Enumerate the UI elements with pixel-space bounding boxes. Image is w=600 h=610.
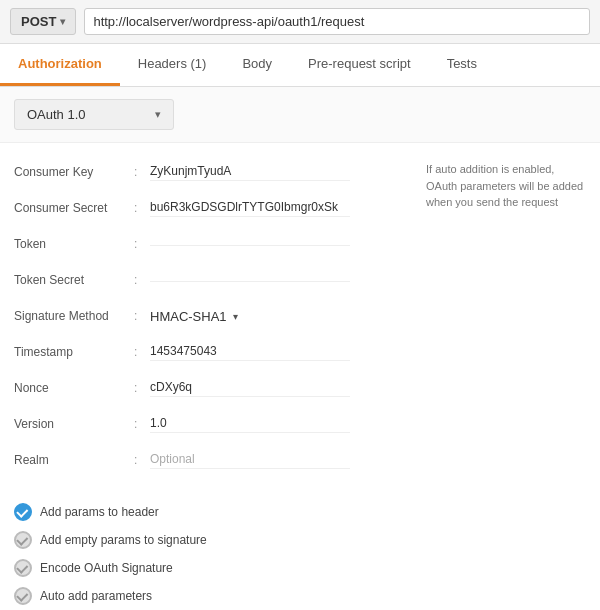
checkbox-icon-add-params-header bbox=[14, 503, 32, 521]
label-token: Token bbox=[14, 237, 134, 251]
label-consumer-key: Consumer Key bbox=[14, 165, 134, 179]
checkbox-icon-auto-add-params bbox=[14, 587, 32, 605]
checkbox-encode-oauth[interactable]: Encode OAuth Signature bbox=[14, 559, 586, 577]
value-consumer-key[interactable]: ZyKunjmTyudA bbox=[150, 164, 350, 181]
field-nonce: Nonce : cDXy6q bbox=[14, 375, 416, 401]
checkbox-label-add-params-header: Add params to header bbox=[40, 505, 159, 519]
url-input[interactable] bbox=[84, 8, 590, 35]
auth-type-chevron: ▾ bbox=[155, 108, 161, 121]
fields-section: Consumer Key : ZyKunjmTyudA Consumer Sec… bbox=[14, 159, 416, 483]
checkboxes-section: Add params to header Add empty params to… bbox=[0, 499, 600, 610]
signature-method-dropdown[interactable]: HMAC-SHA1 ▾ bbox=[150, 309, 238, 324]
label-timestamp: Timestamp bbox=[14, 345, 134, 359]
checkbox-label-encode-oauth: Encode OAuth Signature bbox=[40, 561, 173, 575]
label-version: Version bbox=[14, 417, 134, 431]
tab-headers[interactable]: Headers (1) bbox=[120, 44, 225, 86]
auth-type-label: OAuth 1.0 bbox=[27, 107, 86, 122]
value-realm[interactable]: Optional bbox=[150, 452, 350, 469]
tab-authorization[interactable]: Authorization bbox=[0, 44, 120, 86]
value-timestamp[interactable]: 1453475043 bbox=[150, 344, 350, 361]
tabs-bar: Authorization Headers (1) Body Pre-reque… bbox=[0, 44, 600, 87]
label-consumer-secret: Consumer Secret bbox=[14, 201, 134, 215]
field-timestamp: Timestamp : 1453475043 bbox=[14, 339, 416, 365]
checkbox-add-params-header[interactable]: Add params to header bbox=[14, 503, 586, 521]
tab-body[interactable]: Body bbox=[224, 44, 290, 86]
value-nonce[interactable]: cDXy6q bbox=[150, 380, 350, 397]
field-version: Version : 1.0 bbox=[14, 411, 416, 437]
value-signature-method: HMAC-SHA1 bbox=[150, 309, 227, 324]
auth-type-selector[interactable]: OAuth 1.0 ▾ bbox=[14, 99, 174, 130]
label-token-secret: Token Secret bbox=[14, 273, 134, 287]
field-consumer-key: Consumer Key : ZyKunjmTyudA bbox=[14, 159, 416, 185]
signature-method-arrow: ▾ bbox=[233, 311, 238, 322]
value-token[interactable] bbox=[150, 243, 350, 246]
field-token-secret: Token Secret : bbox=[14, 267, 416, 293]
label-signature-method: Signature Method bbox=[14, 309, 134, 323]
value-consumer-secret[interactable]: bu6R3kGDSGDlrTYTG0Ibmgr0xSk bbox=[150, 200, 350, 217]
checkbox-label-add-empty-params: Add empty params to signature bbox=[40, 533, 207, 547]
main-content: Consumer Key : ZyKunjmTyudA Consumer Sec… bbox=[0, 143, 600, 499]
method-chevron: ▾ bbox=[60, 16, 65, 27]
method-label: POST bbox=[21, 14, 56, 29]
method-selector[interactable]: POST ▾ bbox=[10, 8, 76, 35]
field-realm: Realm : Optional bbox=[14, 447, 416, 473]
field-signature-method: Signature Method : HMAC-SHA1 ▾ bbox=[14, 303, 416, 329]
checkbox-add-empty-params[interactable]: Add empty params to signature bbox=[14, 531, 586, 549]
value-version[interactable]: 1.0 bbox=[150, 416, 350, 433]
auth-type-row: OAuth 1.0 ▾ bbox=[0, 87, 600, 143]
checkbox-icon-add-empty-params bbox=[14, 531, 32, 549]
info-text: If auto addition is enabled, OAuth param… bbox=[426, 163, 583, 208]
tab-prerequest[interactable]: Pre-request script bbox=[290, 44, 429, 86]
tab-tests[interactable]: Tests bbox=[429, 44, 495, 86]
value-token-secret[interactable] bbox=[150, 279, 350, 282]
info-section: If auto addition is enabled, OAuth param… bbox=[426, 159, 586, 483]
field-consumer-secret: Consumer Secret : bu6R3kGDSGDlrTYTG0Ibmg… bbox=[14, 195, 416, 221]
top-bar: POST ▾ bbox=[0, 0, 600, 44]
label-realm: Realm bbox=[14, 453, 134, 467]
checkbox-label-auto-add-params: Auto add parameters bbox=[40, 589, 152, 603]
label-nonce: Nonce bbox=[14, 381, 134, 395]
checkbox-auto-add-params[interactable]: Auto add parameters bbox=[14, 587, 586, 605]
field-token: Token : bbox=[14, 231, 416, 257]
checkbox-icon-encode-oauth bbox=[14, 559, 32, 577]
